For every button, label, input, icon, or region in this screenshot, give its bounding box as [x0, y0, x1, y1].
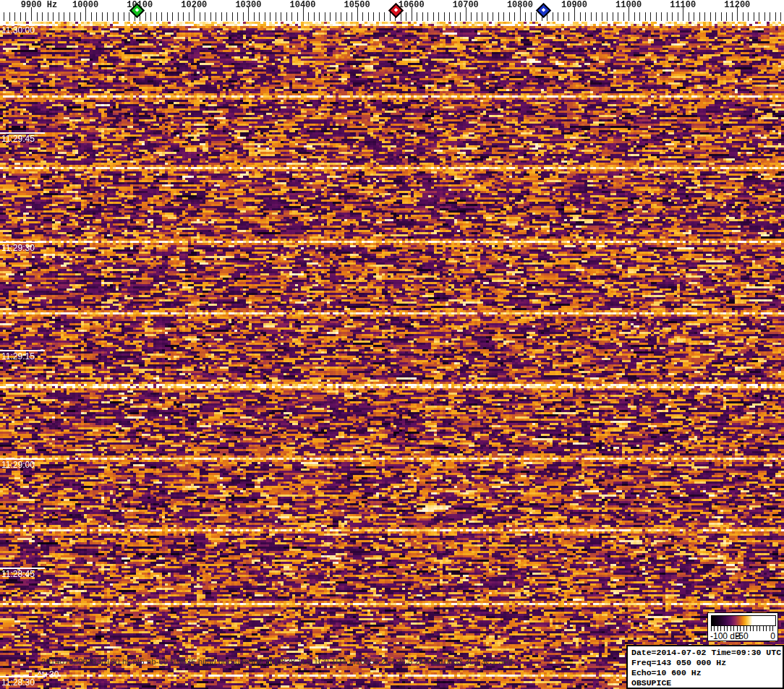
freq-axis-label: 10800	[507, 0, 533, 10]
time-label: 11:29:45	[1, 134, 35, 144]
db-label-mid: -50	[736, 631, 748, 641]
time-label: 11:28:45	[1, 570, 35, 579]
spectrogram-app: 9900 Hz100001010010200103001040010500106…	[0, 0, 784, 689]
freq-axis-label: 10400	[289, 0, 315, 10]
freq-axis-label: 11000	[615, 0, 642, 10]
db-scale-labels: -100 dB -50 0	[708, 631, 777, 641]
db-gradient-bar	[711, 615, 776, 626]
db-label-max: 0	[770, 631, 775, 641]
frequency-axis: 9900 Hz100001010010200103001040010500106…	[0, 0, 784, 22]
time-label: 11:29:30	[1, 244, 35, 253]
info-station: OBSUPICE	[631, 678, 783, 688]
freq-axis-label: 10500	[344, 0, 370, 10]
freq-axis-label: 9900 Hz	[21, 0, 57, 10]
marker-center-dot	[135, 8, 140, 12]
freq-axis-label: 10900	[561, 0, 587, 10]
freq-axis-label: 10200	[181, 0, 207, 10]
freq-axis-label: 10700	[453, 0, 479, 10]
freq-axis-label: 11100	[670, 0, 696, 10]
freq-axis-label: 10300	[235, 0, 261, 10]
marker-center-dot	[394, 8, 399, 12]
time-offset-note: ^t+30	[38, 669, 59, 680]
time-label: 11:29:00	[1, 461, 35, 470]
db-scale-ticks	[711, 626, 776, 631]
detection-annotation: 20140702092830180 hCnt5 nb-69 f10636 hit…	[41, 657, 514, 666]
db-color-scale: -100 dB -50 0	[707, 612, 778, 641]
marker-center-dot	[541, 8, 545, 12]
spectrogram-plot-area	[0, 22, 784, 689]
info-echo: Echo=10 600 Hz	[631, 668, 783, 678]
time-label: 11:28:30	[1, 678, 35, 688]
station-info-box: Date=2014-07-02 Time=09:30 UTC Freq=143 …	[626, 645, 784, 689]
time-label: 11:29:15	[1, 352, 35, 361]
time-label: 11:30:00	[1, 26, 35, 35]
freq-axis-label: 10000	[72, 0, 98, 10]
freq-axis-label: 11200	[724, 0, 750, 10]
info-date-time: Date=2014-07-02 Time=09:30 UTC	[631, 648, 783, 658]
info-frequency: Freq=143 050 000 Hz	[631, 658, 783, 668]
